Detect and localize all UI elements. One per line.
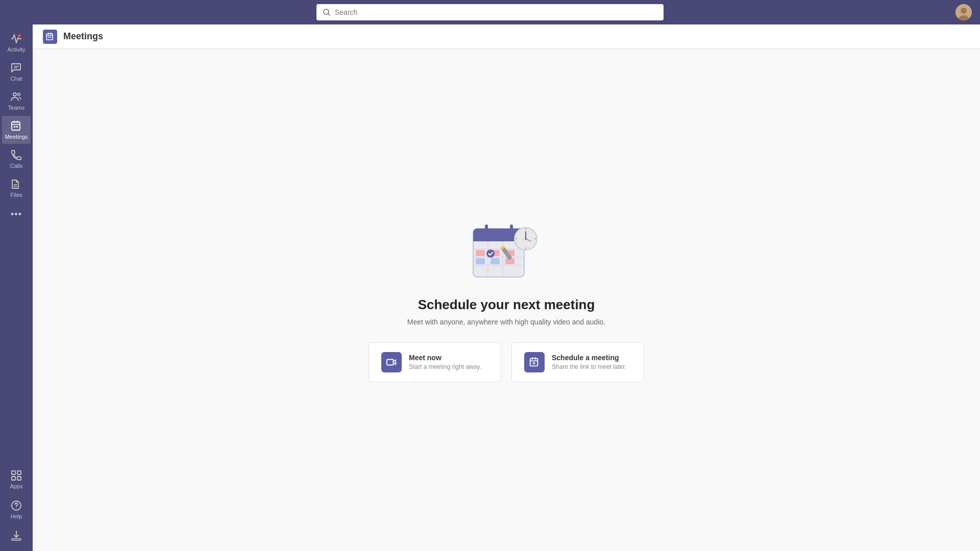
svg-point-9 bbox=[18, 93, 20, 96]
schedule-meeting-subtitle: Share the link to meet later. bbox=[552, 363, 626, 370]
action-cards: Meet now Start a meeting right away. bbox=[369, 342, 644, 382]
sidebar-item-activity-label: Activity bbox=[8, 46, 26, 53]
sidebar-item-chat-label: Chat bbox=[10, 76, 22, 82]
video-icon bbox=[386, 357, 397, 368]
sidebar-item-activity[interactable]: Activity bbox=[2, 29, 31, 57]
meeting-illustration bbox=[465, 218, 547, 285]
sidebar-item-calls-label: Calls bbox=[10, 163, 22, 169]
chat-icon bbox=[10, 62, 22, 74]
main-layout: Activity Chat Teams bbox=[0, 24, 980, 551]
sidebar-item-help[interactable]: Help bbox=[2, 495, 31, 523]
main-content: Schedule your next meeting Meet with any… bbox=[33, 49, 980, 551]
svg-rect-14 bbox=[14, 126, 15, 128]
svg-rect-30 bbox=[50, 37, 51, 38]
content-area: Meetings bbox=[33, 24, 980, 551]
meetings-header-icon bbox=[45, 32, 55, 41]
svg-rect-45 bbox=[491, 258, 500, 264]
svg-line-1 bbox=[328, 14, 330, 16]
main-subheading: Meet with anyone, anywhere with high qua… bbox=[407, 318, 605, 326]
meet-now-title: Meet now bbox=[409, 354, 481, 362]
calendar-icon bbox=[529, 357, 540, 368]
svg-point-8 bbox=[13, 93, 16, 96]
sidebar-item-teams[interactable]: Teams bbox=[2, 87, 31, 115]
sidebar-item-files-label: Files bbox=[10, 192, 22, 198]
meet-now-subtitle: Start a meeting right away. bbox=[409, 363, 481, 370]
meetings-icon bbox=[10, 120, 22, 132]
sidebar-item-teams-label: Teams bbox=[8, 105, 24, 111]
content-header: Meetings bbox=[33, 24, 980, 49]
sidebar-help-label: Help bbox=[11, 513, 22, 519]
svg-rect-44 bbox=[476, 258, 485, 264]
meet-now-card[interactable]: Meet now Start a meeting right away. bbox=[369, 342, 501, 382]
teams-icon bbox=[10, 91, 22, 103]
files-icon bbox=[10, 178, 22, 190]
topbar bbox=[0, 0, 980, 24]
svg-rect-15 bbox=[16, 126, 18, 128]
svg-point-47 bbox=[486, 249, 495, 258]
svg-rect-41 bbox=[476, 250, 485, 256]
svg-rect-58 bbox=[387, 359, 394, 365]
svg-rect-35 bbox=[510, 224, 513, 234]
page-title: Meetings bbox=[63, 31, 103, 42]
meet-now-text: Meet now Start a meeting right away. bbox=[409, 354, 481, 370]
sidebar-bottom: Apps Help bbox=[0, 465, 33, 551]
sidebar-item-apps[interactable]: Apps bbox=[2, 465, 31, 493]
apps-icon bbox=[10, 469, 22, 482]
schedule-meeting-icon bbox=[524, 352, 545, 372]
search-input[interactable] bbox=[335, 8, 657, 16]
svg-point-23 bbox=[16, 507, 17, 508]
download-icon bbox=[10, 530, 22, 542]
svg-rect-18 bbox=[12, 471, 15, 474]
schedule-meeting-text: Schedule a meeting Share the link to mee… bbox=[552, 354, 626, 370]
sidebar-item-meetings-label: Meetings bbox=[5, 134, 28, 140]
main-heading: Schedule your next meeting bbox=[418, 297, 595, 313]
sidebar: Activity Chat Teams bbox=[0, 24, 33, 551]
svg-rect-29 bbox=[48, 37, 49, 38]
svg-point-5 bbox=[18, 34, 21, 37]
calendar-svg bbox=[465, 218, 547, 285]
sidebar-item-chat[interactable]: Chat bbox=[2, 58, 31, 86]
avatar[interactable] bbox=[955, 4, 972, 20]
sidebar-item-meetings[interactable]: Meetings bbox=[2, 116, 31, 144]
sidebar-item-more[interactable]: ••• bbox=[2, 205, 31, 224]
search-icon bbox=[323, 8, 331, 16]
meet-now-icon bbox=[381, 352, 402, 372]
svg-rect-19 bbox=[17, 471, 21, 474]
sidebar-item-files[interactable]: Files bbox=[2, 174, 31, 202]
svg-rect-10 bbox=[12, 122, 20, 130]
help-icon bbox=[10, 499, 22, 512]
header-icon bbox=[43, 30, 57, 44]
schedule-meeting-title: Schedule a meeting bbox=[552, 354, 626, 362]
svg-rect-25 bbox=[46, 34, 53, 40]
svg-rect-34 bbox=[485, 224, 488, 234]
sidebar-apps-label: Apps bbox=[10, 483, 22, 489]
activity-icon bbox=[10, 33, 22, 45]
search-bar[interactable] bbox=[316, 4, 664, 20]
schedule-meeting-card[interactable]: Schedule a meeting Share the link to mee… bbox=[511, 342, 644, 382]
more-dots: ••• bbox=[11, 209, 22, 220]
svg-rect-20 bbox=[12, 477, 15, 480]
sidebar-item-calls[interactable]: Calls bbox=[2, 145, 31, 173]
svg-point-3 bbox=[961, 8, 967, 14]
calls-icon bbox=[10, 149, 22, 161]
svg-rect-24 bbox=[12, 539, 21, 540]
sidebar-item-download[interactable] bbox=[2, 525, 31, 546]
svg-rect-21 bbox=[17, 477, 21, 480]
